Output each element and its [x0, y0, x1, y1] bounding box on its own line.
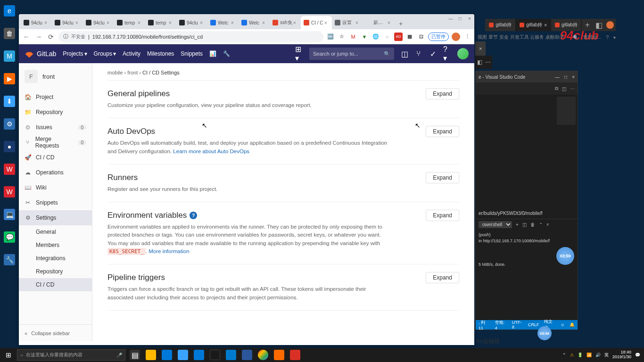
desktop-icon[interactable]: W [0, 158, 19, 181]
desktop-icon[interactable]: 🗑 [0, 23, 19, 45]
minimize-button[interactable]: — [448, 16, 454, 22]
translate-icon[interactable]: 🔤 [326, 33, 335, 41]
nav-milestones[interactable]: Milestones [147, 50, 174, 57]
browser-tab[interactable]: Welc× [239, 16, 270, 29]
nav-snippets[interactable]: Snippets [181, 50, 203, 57]
user-avatar[interactable] [457, 48, 469, 59]
trash-icon[interactable]: 🗑 [530, 222, 535, 227]
close-tab-icon[interactable]: × [475, 41, 486, 56]
explorer-icon[interactable] [143, 348, 158, 362]
browser-tab[interactable]: 设置× [332, 16, 363, 29]
sidebar-item[interactable]: ⑂Merge Requests0 [19, 135, 92, 150]
tab-close-icon[interactable]: × [388, 20, 392, 25]
app-icon[interactable] [272, 348, 287, 362]
split-icon[interactable]: ◫ [562, 86, 566, 91]
desktop-icon[interactable]: ⚙ [0, 113, 19, 136]
ext-icon[interactable]: ▼ [360, 33, 369, 41]
status-bell-icon[interactable]: 🔔 [570, 322, 575, 327]
compare-icon[interactable]: ⧉ [555, 86, 558, 91]
issues-icon[interactable]: ◫ [401, 50, 408, 58]
tab-close-icon[interactable]: × [355, 20, 360, 25]
plus-dropdown[interactable]: ⊞ ▾ [295, 50, 303, 58]
vscode-icon[interactable] [223, 348, 239, 362]
ext-icon[interactable]: ○ [383, 33, 391, 41]
section-link[interactable]: More information [149, 248, 189, 254]
browser-tab[interactable]: 新标签页× [363, 16, 395, 29]
profile-avatar[interactable] [452, 33, 460, 41]
terminal-select[interactable]: owershell [479, 221, 512, 228]
desktop-icon[interactable]: M [0, 45, 19, 68]
tab-close-icon[interactable]: × [324, 20, 329, 25]
sidebar-item[interactable]: 🏠Project [19, 90, 92, 105]
new-tab-button[interactable]: + [395, 18, 406, 29]
ext-icon[interactable]: ⊡ [417, 33, 425, 41]
sidebar-item[interactable]: 📖Wiki [19, 180, 92, 195]
sidebar-sub-item[interactable]: CI / CD [19, 278, 92, 291]
browser-tab[interactable]: 94clu× [21, 16, 52, 29]
todos-icon[interactable]: ✓ [429, 50, 437, 58]
sidebar-item[interactable]: 📁Repository [19, 105, 92, 120]
sidebar-item[interactable]: ⊙Issues0 [19, 120, 92, 135]
tab-close-icon[interactable]: × [231, 20, 236, 25]
tab-close-icon[interactable]: × [262, 20, 267, 25]
desktop-icon[interactable]: ▶ [0, 68, 19, 90]
sidebar-sub-item[interactable]: Integrations [19, 252, 92, 265]
tray-icon[interactable]: ⚠ [570, 353, 574, 357]
expand-button[interactable]: Expand [426, 126, 459, 137]
tab-close-icon[interactable]: × [200, 20, 205, 25]
close-button[interactable]: × [467, 16, 472, 22]
new-terminal-icon[interactable]: + [516, 222, 519, 227]
merge-requests-icon[interactable]: ⑂ [415, 50, 422, 58]
collapse-sidebar[interactable]: « Collapse sidebar [19, 324, 92, 341]
app-icon[interactable] [288, 348, 303, 362]
maximize-button[interactable]: □ [457, 16, 463, 22]
status-spaces[interactable]: 空格: 4 [495, 320, 507, 330]
back-button[interactable]: ← [22, 32, 31, 41]
bg-avatar[interactable] [604, 19, 616, 31]
edge-icon[interactable] [159, 348, 174, 362]
browser-tab[interactable]: CI / C× [301, 16, 332, 29]
desktop-icon[interactable]: 💬 [0, 226, 19, 249]
browser-tab[interactable]: temp× [114, 16, 145, 29]
sidebar-item[interactable]: 🚀CI / CD [19, 150, 92, 165]
new-tab-button[interactable]: + [582, 19, 593, 31]
ext-icon[interactable]: ▦ [405, 33, 414, 41]
layout-icon[interactable]: ◧ [477, 59, 482, 66]
tab-close-icon[interactable]: × [44, 20, 49, 25]
browser-tab[interactable]: temp× [145, 16, 176, 29]
project-header[interactable]: F front [19, 63, 92, 90]
tray-volume-icon[interactable]: 🔊 [595, 353, 601, 357]
start-button[interactable]: ⊞ [0, 348, 17, 362]
tab-close-icon[interactable]: × [75, 20, 80, 25]
bg-tab-icon[interactable]: ◧ [593, 19, 604, 31]
expand-button[interactable]: Expand [426, 88, 459, 99]
more-icon[interactable]: ⋯ [570, 86, 575, 91]
pause-badge[interactable]: 已暂停 [428, 33, 449, 41]
help-icon[interactable]: ? [190, 212, 197, 219]
nav-chart-icon[interactable]: 📊 [209, 50, 216, 57]
tray-icon[interactable]: 🔋 [578, 353, 583, 357]
bg-tab[interactable]: gitlab持× [516, 19, 551, 31]
ext-icon[interactable]: AD [394, 33, 403, 41]
desktop-icon[interactable]: ⬇ [0, 90, 19, 113]
browser-tab[interactable]: 94clu× [176, 16, 207, 29]
more-icon[interactable]: ⋯ [485, 59, 491, 66]
browser-tab[interactable]: 94clu× [52, 16, 83, 29]
app-icon[interactable] [207, 348, 223, 362]
gitlab-logo[interactable]: GitLab [25, 49, 56, 58]
taskbar-search[interactable]: ○ 在这里输入你要搜索的内容 🎤 [17, 349, 125, 361]
task-view-icon[interactable]: ▤ [127, 348, 142, 362]
url-field[interactable]: ⓘ 不安全 | 192.168.7.170:10080/mobile/front… [58, 31, 323, 42]
vscode-editor[interactable]: er/builds/yPK5WDt3/0/mobile/f [476, 208, 578, 219]
app-icon[interactable] [175, 348, 190, 362]
desktop-icon[interactable]: 🔧 [0, 249, 19, 272]
desktop-icon[interactable]: 💻 [0, 204, 19, 226]
nav-projects[interactable]: Projects ▾ [63, 50, 87, 57]
star-icon[interactable]: ☆ [338, 33, 346, 41]
tray-chevron-icon[interactable]: ⌃ [562, 353, 566, 357]
desktop-icon[interactable]: ● [0, 136, 19, 158]
vscode-maximize[interactable]: □ [564, 74, 567, 80]
status-col[interactable]: , 列 11 [479, 320, 490, 330]
nav-wrench-icon[interactable]: 🔧 [223, 50, 230, 57]
expand-button[interactable]: Expand [426, 172, 459, 183]
